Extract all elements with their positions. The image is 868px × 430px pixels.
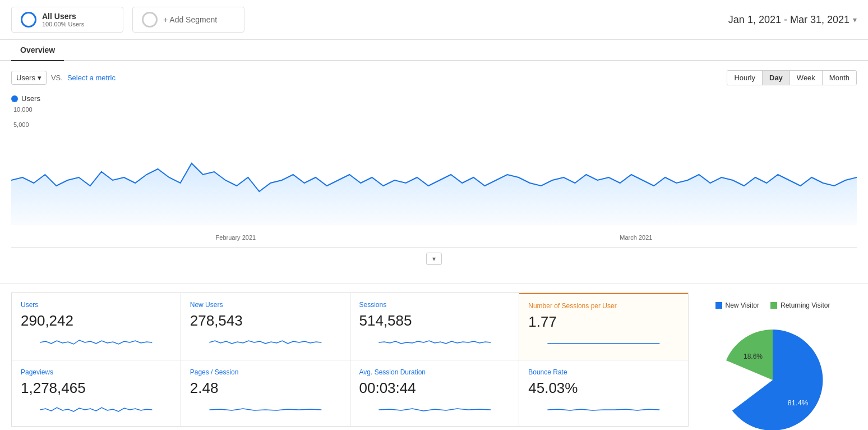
time-btn-day[interactable]: Day bbox=[763, 71, 790, 85]
y-axis-top: 10,000 bbox=[11, 106, 857, 113]
metric-value-pages-per-session: 2.48 bbox=[190, 379, 341, 397]
dropdown-arrow-icon: ▾ bbox=[38, 74, 41, 82]
add-segment-button[interactable]: + Add Segment bbox=[132, 7, 244, 33]
sparkline-bounce-rate bbox=[528, 401, 679, 418]
metric-card-sessions: Sessions 514,585 bbox=[350, 293, 520, 360]
new-visitor-color-swatch bbox=[715, 302, 722, 309]
sparkline-new-users bbox=[190, 334, 341, 351]
metric-card-pages-per-session: Pages / Session 2.48 bbox=[181, 360, 350, 426]
metrics-grid: Users 290,242 New Users 278,543 bbox=[11, 292, 689, 430]
metrics-row-2: Pageviews 1,278,465 Pages / Session 2.48 bbox=[11, 360, 689, 427]
time-btn-week[interactable]: Week bbox=[790, 71, 823, 85]
sparkline-pages-per-session bbox=[190, 401, 341, 418]
tab-overview[interactable]: Overview bbox=[11, 40, 64, 61]
segment-all-users[interactable]: All Users 100.00% Users bbox=[11, 7, 123, 33]
metric-card-new-users: New Users 278,543 bbox=[181, 293, 350, 360]
chart-divider bbox=[11, 248, 857, 248]
pie-returning-visitor-pct: 18.6% bbox=[744, 353, 763, 360]
sparkline-sessions bbox=[359, 334, 510, 351]
metric-value-sessions: 514,585 bbox=[359, 312, 510, 330]
metric-value-users: 290,242 bbox=[21, 312, 172, 330]
top-bar: All Users 100.00% Users + Add Segment Ja… bbox=[0, 0, 868, 40]
segment-icon bbox=[21, 12, 36, 28]
tab-bar: Overview bbox=[0, 40, 868, 61]
metric-label-pageviews: Pageviews bbox=[21, 368, 172, 376]
time-btn-hourly[interactable]: Hourly bbox=[727, 71, 763, 85]
metric-label-avg-session: Avg. Session Duration bbox=[359, 368, 510, 376]
metric-label-bounce-rate: Bounce Rate bbox=[528, 368, 679, 376]
controls-row: Users ▾ VS. Select a metric Hourly Day W… bbox=[11, 70, 857, 85]
date-range-arrow-icon: ▾ bbox=[853, 15, 857, 24]
metric-card-bounce-rate: Bounce Rate 45.03% bbox=[519, 360, 688, 426]
main-chart bbox=[11, 113, 857, 225]
metric-value-new-users: 278,543 bbox=[190, 312, 341, 330]
metric-card-avg-session: Avg. Session Duration 00:03:44 bbox=[350, 360, 520, 426]
metrics-row-1: Users 290,242 New Users 278,543 bbox=[11, 292, 689, 360]
pie-chart-section: New Visitor Returning Visitor bbox=[689, 292, 857, 430]
collapse-icon: ▾ bbox=[432, 255, 436, 263]
sparkline-avg-session bbox=[359, 401, 510, 418]
returning-visitor-color-swatch bbox=[770, 302, 777, 309]
metric-label-users: Users bbox=[21, 301, 172, 309]
chart-container bbox=[11, 113, 857, 225]
x-label-feb: February 2021 bbox=[216, 234, 256, 241]
pie-chart: 81.4% 18.6% bbox=[711, 318, 834, 430]
metric-value-pageviews: 1,278,465 bbox=[21, 379, 172, 397]
date-range-selector[interactable]: Jan 1, 2021 - Mar 31, 2021 ▾ bbox=[728, 14, 857, 26]
metric-card-sessions-per-user: Number of Sessions per User 1.77 bbox=[519, 293, 688, 360]
sparkline-sessions-per-user bbox=[528, 335, 679, 352]
add-segment-icon bbox=[142, 12, 158, 28]
add-segment-info: + Add Segment bbox=[163, 15, 217, 24]
segment-info: All Users 100.00% Users bbox=[42, 12, 84, 28]
sparkline-users bbox=[21, 334, 172, 351]
pie-legend-returning-visitor: Returning Visitor bbox=[770, 301, 830, 309]
x-label-mar: March 2021 bbox=[620, 234, 652, 241]
metric-label-sessions-per-user: Number of Sessions per User bbox=[528, 302, 679, 310]
segment-title: All Users bbox=[42, 12, 84, 21]
metric-selector: Users ▾ VS. Select a metric bbox=[11, 71, 116, 85]
vs-label: VS. bbox=[51, 74, 63, 82]
metric-card-pageviews: Pageviews 1,278,465 bbox=[12, 360, 181, 426]
metric-value-bounce-rate: 45.03% bbox=[528, 379, 679, 397]
segments-area: All Users 100.00% Users + Add Segment bbox=[11, 7, 244, 33]
add-segment-label: + Add Segment bbox=[163, 15, 217, 24]
metric-label-pages-per-session: Pages / Session bbox=[190, 368, 341, 376]
metric-label-sessions: Sessions bbox=[359, 301, 510, 309]
date-range-text: Jan 1, 2021 - Mar 31, 2021 bbox=[728, 14, 849, 26]
select-metric-link[interactable]: Select a metric bbox=[67, 74, 116, 82]
pie-legend-new-visitor: New Visitor bbox=[715, 301, 759, 309]
metric-dropdown[interactable]: Users ▾ bbox=[11, 71, 47, 85]
metric-value-sessions-per-user: 1.77 bbox=[528, 313, 679, 331]
new-visitor-legend-label: New Visitor bbox=[726, 301, 759, 309]
pie-new-visitor-pct: 81.4% bbox=[788, 399, 809, 407]
bottom-section: Users 290,242 New Users 278,543 bbox=[0, 283, 868, 430]
pie-legend: New Visitor Returning Visitor bbox=[715, 301, 830, 309]
time-btn-month[interactable]: Month bbox=[823, 71, 856, 85]
chart-legend: Users bbox=[11, 94, 857, 103]
collapse-button[interactable]: ▾ bbox=[426, 253, 442, 265]
segment-subtitle: 100.00% Users bbox=[42, 21, 84, 28]
collapse-row: ▾ bbox=[11, 253, 857, 265]
metric-dropdown-label: Users bbox=[16, 74, 35, 82]
time-buttons-group: Hourly Day Week Month bbox=[727, 70, 857, 85]
users-legend-dot bbox=[11, 95, 18, 102]
metric-value-avg-session: 00:03:44 bbox=[359, 379, 510, 397]
x-axis-labels: February 2021 March 2021 bbox=[11, 232, 857, 243]
sparkline-pageviews bbox=[21, 401, 172, 418]
returning-visitor-legend-label: Returning Visitor bbox=[781, 301, 830, 309]
chart-area-fill bbox=[11, 163, 857, 225]
metric-card-users: Users 290,242 bbox=[12, 293, 181, 360]
main-content: Users ▾ VS. Select a metric Hourly Day W… bbox=[0, 61, 868, 283]
users-legend-label: Users bbox=[21, 94, 40, 103]
metric-label-new-users: New Users bbox=[190, 301, 341, 309]
